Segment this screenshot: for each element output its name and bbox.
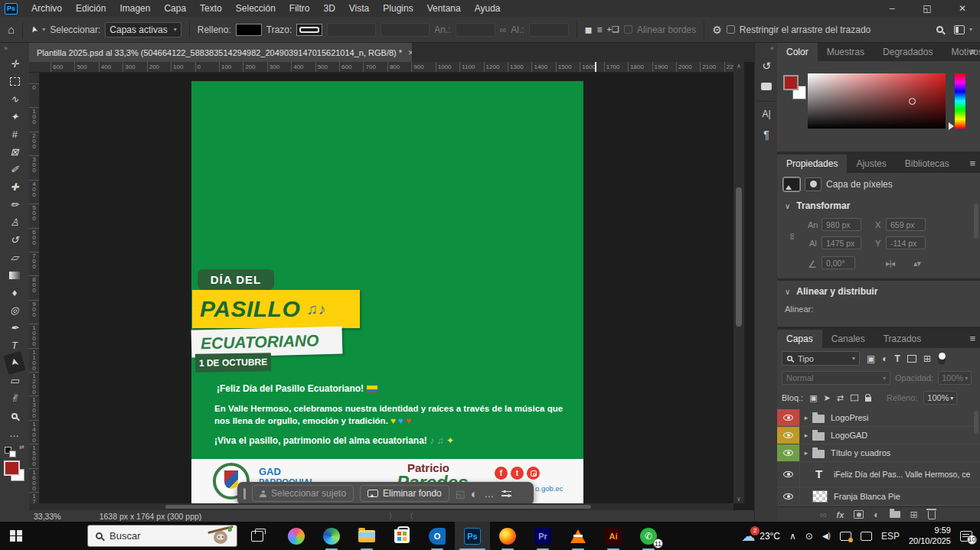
layer-name[interactable]: LogoGAD bbox=[831, 431, 867, 440]
workspace-icon[interactable] bbox=[954, 25, 965, 34]
pen-tool[interactable]: ✒ bbox=[5, 319, 24, 337]
color-saturation-field[interactable] bbox=[808, 73, 946, 129]
tab-propiedades[interactable]: Propiedades bbox=[777, 155, 847, 173]
search-icon[interactable] bbox=[936, 26, 943, 33]
tray-expand-icon[interactable]: ∧ bbox=[789, 531, 796, 542]
menu-item[interactable]: Vista bbox=[342, 3, 376, 14]
filter-type-icon[interactable]: T bbox=[895, 353, 900, 364]
menu-item[interactable]: Filtro bbox=[283, 3, 317, 14]
chevron-down-icon[interactable]: ▾ bbox=[42, 26, 45, 33]
taskbar-search[interactable]: Buscar bbox=[87, 525, 237, 547]
restore-button[interactable]: ◱ bbox=[910, 3, 945, 14]
menu-item[interactable]: Plugins bbox=[376, 3, 420, 14]
scroll-down-icon[interactable]: ∨ bbox=[733, 496, 744, 503]
foreground-color-swatch[interactable] bbox=[3, 461, 26, 483]
more-tools[interactable]: … bbox=[5, 425, 24, 442]
new-adjustment-icon[interactable]: ◐ bbox=[874, 509, 879, 520]
scroll-up-icon[interactable]: ∧ bbox=[733, 63, 744, 70]
path-operations-icon[interactable]: ◼ bbox=[585, 24, 593, 35]
layer-name[interactable]: iFeliz Día del Pas... Valle Hermoso, ce bbox=[834, 470, 970, 479]
vertical-scrollbar[interactable]: ∧ ∨ bbox=[733, 62, 744, 503]
file-explorer-icon[interactable] bbox=[349, 522, 384, 550]
zoom-level[interactable]: 33,33% bbox=[34, 512, 61, 521]
healing-brush-tool[interactable]: ✚ bbox=[5, 178, 24, 196]
history-brush-tool[interactable]: ↺ bbox=[5, 231, 24, 249]
premiere-icon[interactable]: Pr bbox=[525, 522, 560, 550]
new-group-icon[interactable] bbox=[890, 511, 900, 518]
crop-tool[interactable]: # bbox=[5, 125, 24, 143]
drag-handle[interactable] bbox=[243, 488, 246, 500]
quick-selection-tool[interactable]: ✦ bbox=[5, 108, 24, 125]
select-mode-dropdown[interactable]: Capas activas ▾ bbox=[105, 22, 181, 37]
task-view-icon[interactable] bbox=[251, 531, 263, 542]
lock-all-icon[interactable] bbox=[865, 397, 871, 402]
edge-icon[interactable] bbox=[314, 522, 349, 550]
chevron-down-icon[interactable]: ▾ bbox=[969, 26, 972, 33]
layer-thumbnail[interactable] bbox=[812, 415, 825, 423]
path-alignment-icon[interactable]: ≡ bbox=[597, 24, 603, 35]
layer-row[interactable]: iFeliz Día del Pas... Valle Hermoso, ce bbox=[777, 462, 980, 487]
hand-tool[interactable]: ✌ bbox=[5, 389, 24, 407]
copilot-icon[interactable] bbox=[279, 522, 314, 550]
tab-capas[interactable]: Capas bbox=[777, 330, 822, 348]
character-panel-icon[interactable]: A| bbox=[755, 109, 778, 119]
layer-row[interactable]: ▸ LogoPresi bbox=[777, 409, 980, 427]
path-select-tool-icon[interactable]: ➤ bbox=[28, 24, 40, 34]
transform-section-header[interactable]: ∨Transformar bbox=[785, 200, 850, 211]
tray-app-icon[interactable]: ⊙ bbox=[805, 531, 813, 542]
filter-shape-icon[interactable] bbox=[907, 355, 916, 363]
menu-item[interactable]: Edición bbox=[69, 3, 113, 14]
volume-icon[interactable]: ◀) bbox=[822, 532, 831, 540]
tab-muestras[interactable]: Muestras bbox=[818, 43, 874, 61]
lasso-tool[interactable]: ∿ bbox=[5, 90, 24, 108]
default-swap-colors[interactable]: ⇄ bbox=[5, 445, 18, 457]
mask-icon[interactable] bbox=[805, 177, 822, 191]
expand-panels-icon[interactable]: « bbox=[770, 44, 774, 52]
whatsapp-icon[interactable]: ✆ 11 bbox=[631, 522, 666, 550]
layer-visibility-toggle[interactable] bbox=[777, 427, 800, 444]
adjustment-icon[interactable]: ◐ bbox=[471, 487, 478, 500]
stroke-swatch[interactable] bbox=[296, 24, 322, 36]
type-tool[interactable]: T bbox=[5, 337, 24, 354]
paragraph-panel-icon[interactable]: ¶ bbox=[755, 129, 778, 141]
fill-swatch[interactable] bbox=[236, 24, 262, 36]
microsoft-store-icon[interactable] bbox=[384, 522, 420, 550]
marquee-tool[interactable] bbox=[5, 73, 24, 90]
horizontal-scroll-thumb[interactable] bbox=[165, 505, 591, 509]
menu-item[interactable]: Ayuda bbox=[468, 3, 508, 14]
tab-canales[interactable]: Canales bbox=[822, 330, 874, 348]
canvas-area[interactable]: DÍA DEL PASILLO ♫♪ ECUATORIANO 1 DE OCTU… bbox=[40, 73, 733, 503]
filter-toggle[interactable] bbox=[938, 353, 946, 365]
filter-pixel-icon[interactable]: ▣ bbox=[867, 353, 875, 364]
more-options-icon[interactable]: … bbox=[484, 488, 495, 500]
layer-thumbnail[interactable] bbox=[812, 450, 825, 458]
tab-bibliotecas[interactable]: Bibliotecas bbox=[896, 155, 959, 173]
blur-tool[interactable]: ♦ bbox=[5, 284, 24, 301]
layer-thumbnail[interactable] bbox=[812, 432, 825, 441]
clone-stamp-tool[interactable]: ♙ bbox=[5, 213, 24, 231]
panel-menu-icon[interactable]: ≡ bbox=[969, 333, 975, 344]
menu-item[interactable]: Archivo bbox=[24, 3, 69, 14]
pixel-layer-icon[interactable] bbox=[783, 177, 800, 191]
path-arrangement-icon[interactable]: +❏ bbox=[607, 24, 619, 34]
document-tab[interactable]: Plantilla 2025.psd al 33,3% (504664122_5… bbox=[29, 43, 412, 62]
layer-thumbnail[interactable] bbox=[812, 468, 828, 480]
expand-group-icon[interactable]: ▸ bbox=[800, 431, 812, 439]
menu-item[interactable]: Ventana bbox=[420, 3, 468, 14]
brush-tool[interactable]: ✏ bbox=[5, 196, 24, 213]
display-icon[interactable] bbox=[861, 532, 872, 541]
notifications-icon[interactable]: 10 bbox=[960, 531, 972, 542]
eyedropper-tool[interactable]: ✐ bbox=[5, 161, 24, 178]
lock-artboard-icon[interactable] bbox=[851, 395, 858, 402]
layer-name[interactable]: Franja Blanca Pie bbox=[834, 492, 900, 501]
layer-style-icon[interactable]: fx bbox=[837, 510, 844, 519]
history-panel-icon[interactable]: ↺ bbox=[755, 60, 778, 72]
menu-item[interactable]: Selección bbox=[229, 3, 283, 14]
tab-degradados[interactable]: Degradados bbox=[874, 43, 942, 61]
layer-visibility-toggle[interactable] bbox=[777, 462, 800, 487]
menu-item[interactable]: Imagen bbox=[113, 3, 157, 14]
zoom-tool[interactable] bbox=[5, 407, 24, 425]
hue-pointer[interactable] bbox=[949, 122, 958, 130]
vlc-icon[interactable] bbox=[560, 522, 596, 550]
panel-scrollbar[interactable] bbox=[974, 411, 978, 434]
